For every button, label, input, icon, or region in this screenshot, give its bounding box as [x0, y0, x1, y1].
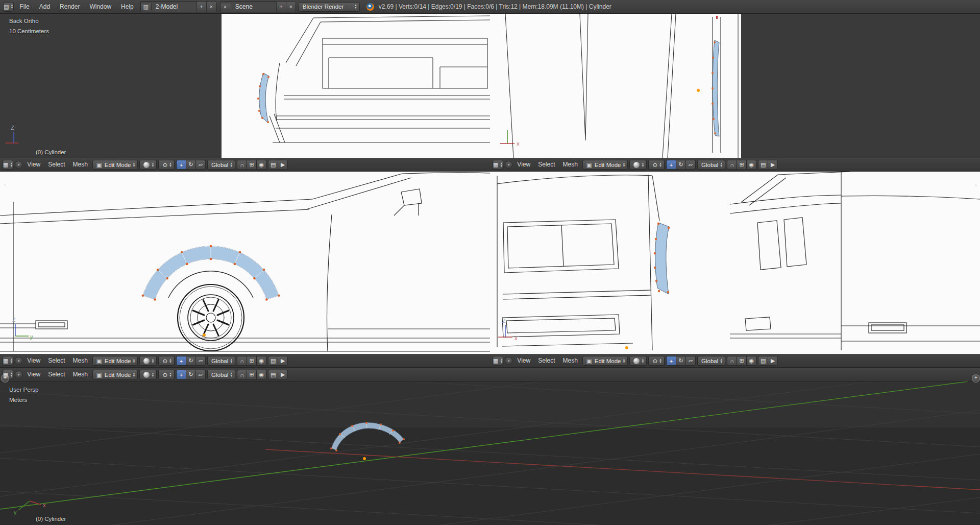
snap-magnet-button[interactable]: ∩: [237, 356, 247, 366]
editor-type-button[interactable]: ▦ ▲▼: [3, 160, 13, 170]
mesh-menu[interactable]: Mesh: [70, 368, 91, 381]
render-opengl-button[interactable]: ▤: [268, 356, 278, 366]
window-menu[interactable]: Window: [85, 0, 115, 13]
pivot-dropdown[interactable]: ⊙ ▲▼: [158, 356, 175, 366]
snap-element-button[interactable]: ⊞: [247, 356, 257, 366]
viewport-shading-dropdown[interactable]: ▲▼: [139, 160, 157, 170]
translate-manipulator-button[interactable]: +: [176, 160, 186, 170]
snap-magnet-button[interactable]: ∩: [727, 356, 737, 366]
scale-manipulator-button[interactable]: ▱: [685, 356, 696, 366]
header-collapse-toggle[interactable]: ▾: [505, 161, 512, 169]
proportional-edit-button[interactable]: ◉: [746, 356, 756, 366]
orientation-dropdown[interactable]: Global ▲▼: [207, 356, 235, 366]
translate-manipulator-button[interactable]: +: [176, 356, 186, 366]
render-opengl-button[interactable]: ▤: [758, 356, 768, 366]
scale-manipulator-button[interactable]: ▱: [685, 160, 696, 170]
render-opengl-button[interactable]: ▤: [758, 160, 768, 170]
rotate-manipulator-button[interactable]: ↻: [676, 356, 686, 366]
help-menu[interactable]: Help: [117, 0, 138, 13]
add-menu[interactable]: Add: [35, 0, 54, 13]
snap-element-button[interactable]: ⊞: [247, 370, 257, 379]
pivot-dropdown[interactable]: ⊙ ▲▼: [648, 356, 665, 366]
scene-selector[interactable]: ◐ Scene + ×: [220, 1, 296, 12]
rotate-manipulator-button[interactable]: ↻: [186, 356, 196, 366]
view-menu[interactable]: View: [24, 368, 43, 381]
header-collapse-toggle[interactable]: ▾: [15, 371, 22, 378]
viewport-shading-dropdown[interactable]: ▲▼: [629, 356, 647, 366]
render-opengl-anim-button[interactable]: ▶: [278, 356, 288, 366]
proportional-edit-button[interactable]: ◉: [746, 160, 756, 170]
render-opengl-button[interactable]: ▤: [268, 370, 278, 379]
orientation-dropdown[interactable]: Global ▲▼: [207, 370, 235, 379]
scale-manipulator-button[interactable]: ▱: [195, 160, 206, 170]
viewport-shading-dropdown[interactable]: ▲▼: [139, 356, 157, 366]
rotate-manipulator-button[interactable]: ↻: [186, 370, 196, 379]
orientation-dropdown[interactable]: Global ▲▼: [697, 356, 725, 366]
mode-dropdown[interactable]: ▣ Edit Mode ▲▼: [582, 356, 628, 366]
region-expand-button[interactable]: +: [972, 182, 980, 190]
region-expand-button[interactable]: +: [972, 374, 980, 383]
snap-element-button[interactable]: ⊞: [247, 160, 257, 170]
render-opengl-anim-button[interactable]: ▶: [278, 160, 288, 170]
mesh-menu[interactable]: Mesh: [560, 158, 581, 171]
screen-layout-selector[interactable]: ▥ 2-Model + ×: [140, 1, 216, 12]
header-collapse-toggle[interactable]: ▾: [15, 357, 22, 365]
orientation-dropdown[interactable]: Global ▲▼: [697, 160, 725, 170]
header-collapse-toggle[interactable]: ▾: [15, 161, 22, 169]
editor-type-button[interactable]: ▦ ▲▼: [3, 356, 13, 366]
view-menu[interactable]: View: [24, 158, 43, 171]
view-menu[interactable]: View: [24, 354, 43, 367]
rotate-manipulator-button[interactable]: ↻: [676, 160, 686, 170]
file-menu[interactable]: File: [15, 0, 33, 13]
render-opengl-button[interactable]: ▤: [268, 160, 278, 170]
mode-dropdown[interactable]: ▣ Edit Mode ▲▼: [92, 356, 138, 366]
snap-magnet-button[interactable]: ∩: [237, 370, 247, 379]
info-editor-type-button[interactable]: ▤ ▲▼: [3, 2, 14, 12]
proportional-edit-button[interactable]: ◉: [256, 160, 266, 170]
proportional-edit-button[interactable]: ◉: [256, 370, 266, 379]
delete-scene-button[interactable]: ×: [286, 2, 296, 12]
region-expand-button[interactable]: +: [1, 182, 9, 190]
mode-dropdown[interactable]: ▣ Edit Mode ▲▼: [92, 370, 138, 379]
rotate-manipulator-button[interactable]: ↻: [186, 160, 196, 170]
mesh-menu[interactable]: Mesh: [560, 354, 581, 367]
pivot-dropdown[interactable]: ⊙ ▲▼: [158, 160, 175, 170]
region-expand-button[interactable]: +: [1, 374, 9, 383]
editor-type-button[interactable]: ▦ ▲▼: [493, 160, 503, 170]
mode-dropdown[interactable]: ▣ Edit Mode ▲▼: [92, 160, 138, 170]
orientation-dropdown[interactable]: Global ▲▼: [207, 160, 235, 170]
snap-magnet-button[interactable]: ∩: [237, 160, 247, 170]
translate-manipulator-button[interactable]: +: [666, 356, 676, 366]
viewport-shading-dropdown[interactable]: ▲▼: [629, 160, 647, 170]
viewport-back-ortho-canvas[interactable]: Z Back Ortho 10 Centimeters (0) Cylinder: [0, 14, 490, 158]
mesh-menu[interactable]: Mesh: [70, 158, 91, 171]
pivot-dropdown[interactable]: ⊙ ▲▼: [648, 160, 665, 170]
header-collapse-toggle[interactable]: ▾: [505, 357, 512, 365]
select-menu[interactable]: Select: [535, 354, 558, 367]
proportional-edit-button[interactable]: ◉: [256, 356, 266, 366]
viewport-quarter-view-canvas[interactable]: Z x: [490, 172, 980, 354]
snap-element-button[interactable]: ⊞: [737, 160, 747, 170]
snap-magnet-button[interactable]: ∩: [727, 160, 737, 170]
render-menu[interactable]: Render: [56, 0, 84, 13]
view-menu[interactable]: View: [514, 354, 533, 367]
view-menu[interactable]: View: [514, 158, 533, 171]
snap-element-button[interactable]: ⊞: [737, 356, 747, 366]
render-opengl-anim-button[interactable]: ▶: [278, 370, 288, 379]
pivot-dropdown[interactable]: ⊙ ▲▼: [158, 370, 175, 379]
render-engine-dropdown[interactable]: Blender Render ▲▼: [299, 2, 360, 12]
editor-type-button[interactable]: ▦ ▲▼: [493, 356, 503, 366]
add-layout-button[interactable]: +: [197, 2, 206, 12]
scale-manipulator-button[interactable]: ▱: [195, 356, 206, 366]
select-menu[interactable]: Select: [535, 158, 558, 171]
mode-dropdown[interactable]: ▣ Edit Mode ▲▼: [582, 160, 628, 170]
render-opengl-anim-button[interactable]: ▶: [768, 356, 778, 366]
select-menu[interactable]: Select: [45, 158, 68, 171]
select-menu[interactable]: Select: [45, 354, 68, 367]
add-scene-button[interactable]: +: [276, 2, 286, 12]
translate-manipulator-button[interactable]: +: [176, 370, 186, 379]
viewport-shading-dropdown[interactable]: ▲▼: [139, 370, 157, 379]
scale-manipulator-button[interactable]: ▱: [195, 370, 206, 379]
render-opengl-anim-button[interactable]: ▶: [768, 160, 778, 170]
delete-layout-button[interactable]: ×: [206, 2, 216, 12]
